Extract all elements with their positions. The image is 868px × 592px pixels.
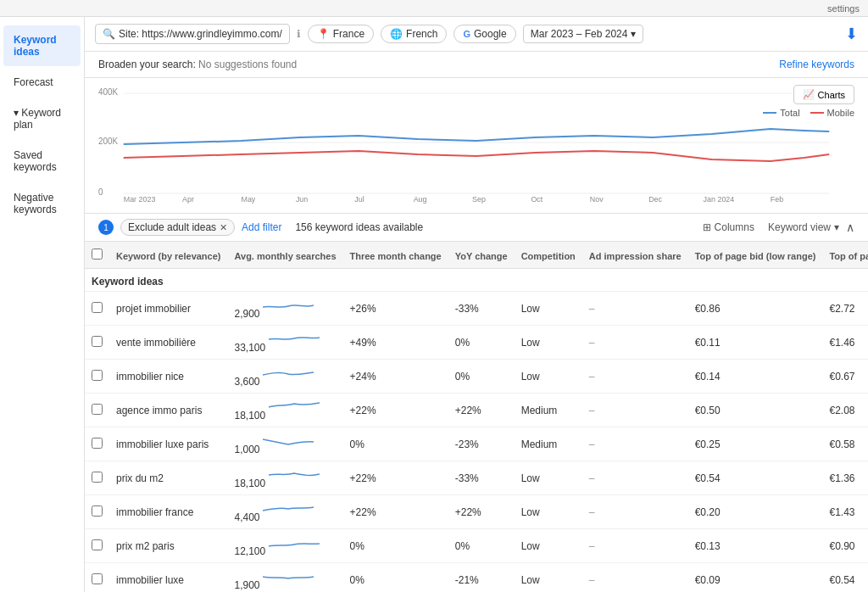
svg-text:400K: 400K: [98, 87, 118, 97]
select-all-header[interactable]: [85, 242, 109, 269]
row-checkbox[interactable]: [92, 404, 103, 415]
three-month-cell: +24%: [343, 360, 448, 394]
ad-impression-cell: –: [582, 326, 688, 360]
top-bid-low-cell: €0.50: [688, 394, 823, 427]
ad-impression-cell: –: [582, 360, 688, 394]
top-bid-low-cell: €0.14: [688, 360, 823, 394]
top-bid-low-cell: €0.09: [688, 563, 823, 593]
collapse-button[interactable]: ∧: [846, 221, 854, 234]
three-month-cell: +22%: [343, 495, 448, 529]
competition-cell: Medium: [515, 394, 582, 427]
available-count: 156 keyword ideas available: [295, 221, 423, 233]
row-checkbox-cell[interactable]: [85, 495, 109, 529]
keyword-cell: prix m2 paris: [109, 529, 228, 563]
row-checkbox-cell[interactable]: [85, 292, 109, 326]
yoy-cell: -33%: [448, 292, 515, 326]
yoy-cell: -21%: [448, 563, 515, 593]
sidebar-item-keyword-plan[interactable]: ▾ Keyword plan: [3, 98, 81, 139]
svg-text:Apr: Apr: [182, 195, 194, 204]
row-checkbox[interactable]: [92, 370, 103, 381]
top-bid-high-cell: €1.46: [822, 326, 868, 360]
three-month-header: Three month change: [343, 242, 448, 269]
competition-header: Competition: [515, 242, 582, 269]
competition-cell: Low: [515, 326, 582, 360]
keyword-view-button[interactable]: Keyword view ▾: [768, 221, 839, 233]
remove-filter-icon[interactable]: ✕: [220, 222, 227, 233]
row-checkbox-cell[interactable]: [85, 326, 109, 360]
top-bid-high-cell: €1.43: [822, 495, 868, 529]
chart-controls: 📈 Charts Total Mobile: [763, 85, 854, 118]
avg-searches-cell: 33,100: [228, 326, 343, 360]
three-month-cell: 0%: [343, 529, 448, 563]
ad-impression-cell: –: [582, 529, 688, 563]
avg-value: 18,100: [235, 478, 266, 489]
top-bid-high-cell: €2.08: [822, 394, 868, 427]
yoy-cell: -23%: [448, 427, 515, 461]
avg-value: 1,000: [235, 444, 260, 455]
language-label: French: [406, 28, 437, 40]
yoy-cell: 0%: [448, 326, 515, 360]
download-button[interactable]: ⬇: [845, 25, 858, 43]
row-checkbox-cell[interactable]: [85, 563, 109, 593]
keyword-cell: agence immo paris: [109, 394, 228, 427]
three-month-cell: 0%: [343, 427, 448, 461]
add-filter-button[interactable]: Add filter: [242, 221, 281, 233]
svg-text:May: May: [241, 195, 255, 204]
avg-searches-cell: 12,100: [228, 529, 343, 563]
top-bid-high-cell: €2.72: [822, 292, 868, 326]
keyword-cell: projet immobilier: [109, 292, 228, 326]
avg-searches-cell: 18,100: [228, 461, 343, 495]
refine-keywords-link[interactable]: Refine keywords: [779, 59, 854, 70]
row-checkbox[interactable]: [92, 336, 103, 347]
avg-searches-header: Avg. monthly searches: [228, 242, 343, 269]
search-icon: 🔍: [103, 28, 115, 40]
svg-text:Aug: Aug: [414, 195, 427, 204]
row-checkbox-cell[interactable]: [85, 360, 109, 394]
charts-button[interactable]: 📈 Charts: [793, 85, 854, 104]
language-filter[interactable]: 🌐 French: [381, 25, 447, 43]
row-checkbox[interactable]: [92, 438, 103, 449]
three-month-cell: +49%: [343, 326, 448, 360]
sidebar-item-saved-keywords[interactable]: Saved keywords: [3, 141, 81, 182]
mobile-color-indicator: [810, 112, 824, 114]
filter-tag-label: Exclude adult ideas: [128, 221, 216, 233]
row-checkbox[interactable]: [92, 472, 103, 483]
competition-cell: Low: [515, 461, 582, 495]
info-icon[interactable]: ℹ: [297, 28, 301, 40]
table-row: immobilier luxe paris 1,000 0% -23% Medi…: [85, 427, 868, 461]
top-bid-low-cell: €0.25: [688, 427, 823, 461]
search-engine-filter[interactable]: G Google: [453, 25, 515, 43]
sidebar-item-forecast[interactable]: Forecast: [3, 68, 81, 97]
top-bid-low-cell: €0.13: [688, 529, 823, 563]
table-row: immobilier luxe 1,900 0% -21% Low – €0.0…: [85, 563, 868, 593]
exclude-adult-filter-tag[interactable]: Exclude adult ideas ✕: [120, 219, 235, 236]
select-all-checkbox[interactable]: [92, 249, 103, 260]
svg-text:Jul: Jul: [354, 195, 364, 204]
three-month-cell: +26%: [343, 292, 448, 326]
columns-button[interactable]: ⊞ Columns: [703, 221, 754, 233]
keyword-table: Keyword (by relevance) Avg. monthly sear…: [85, 242, 868, 592]
sidebar-item-negative-keywords[interactable]: Negative keywords: [3, 183, 81, 224]
row-checkbox-cell[interactable]: [85, 461, 109, 495]
site-search-box[interactable]: 🔍 Site: https://www.grindleyimmo.com/: [95, 24, 290, 44]
avg-searches-cell: 2,900: [228, 292, 343, 326]
row-checkbox-cell[interactable]: [85, 529, 109, 563]
three-month-cell: 0%: [343, 563, 448, 593]
row-checkbox-cell[interactable]: [85, 427, 109, 461]
row-checkbox[interactable]: [92, 573, 103, 584]
sidebar-item-keyword-ideas[interactable]: Keyword ideas: [3, 25, 81, 66]
keyword-cell: prix du m2: [109, 461, 228, 495]
row-checkbox[interactable]: [92, 505, 103, 517]
avg-value: 12,100: [235, 545, 266, 557]
keyword-cell: immobilier nice: [109, 360, 228, 394]
row-checkbox[interactable]: [92, 539, 103, 550]
top-bid-low-cell: €0.54: [688, 461, 823, 495]
three-month-cell: +22%: [343, 461, 448, 495]
row-checkbox[interactable]: [92, 302, 103, 313]
svg-text:Dec: Dec: [648, 195, 662, 204]
row-checkbox-cell[interactable]: [85, 394, 109, 427]
avg-searches-cell: 4,400: [228, 495, 343, 529]
date-range-filter[interactable]: Mar 2023 – Feb 2024 ▾: [523, 25, 644, 43]
location-filter[interactable]: 📍 France: [308, 25, 374, 43]
toolbar: 1 Exclude adult ideas ✕ Add filter 156 k…: [85, 214, 868, 242]
